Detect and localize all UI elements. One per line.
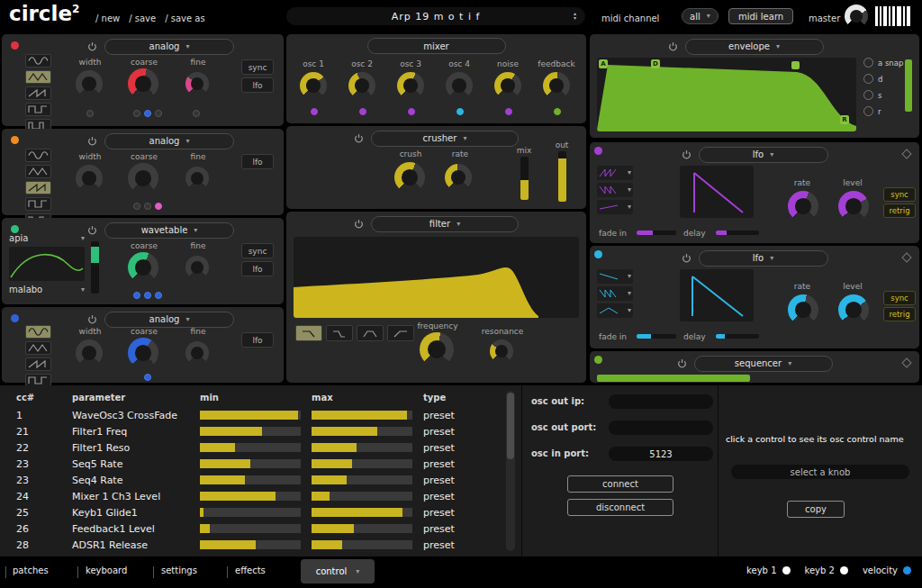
osc3-wave-b-select[interactable]: malabo▾ bbox=[9, 285, 85, 294]
osc4-lfo-button[interactable]: lfo bbox=[241, 332, 274, 348]
expand-icon[interactable] bbox=[901, 252, 911, 262]
osc-out-port-field[interactable] bbox=[609, 421, 713, 435]
scrollbar-thumb[interactable] bbox=[507, 393, 514, 459]
table-row[interactable]: 24Mixer 1 Ch3 Levelpreset bbox=[0, 488, 504, 504]
lfo1-sync-button[interactable]: sync bbox=[883, 187, 916, 202]
table-row[interactable]: 23Seq4 Ratepreset bbox=[0, 472, 504, 488]
tab-keyboard[interactable]: keyboard bbox=[86, 565, 127, 575]
osc2-coarse-knob[interactable] bbox=[128, 163, 158, 194]
min-bar[interactable] bbox=[200, 524, 301, 533]
max-bar[interactable] bbox=[312, 411, 412, 420]
lfo1-fade-in-slider[interactable] bbox=[637, 231, 676, 235]
mod-slot-dot[interactable] bbox=[359, 108, 366, 115]
cc-type[interactable]: preset bbox=[423, 523, 504, 535]
max-bar[interactable] bbox=[312, 475, 412, 484]
min-bar[interactable] bbox=[200, 459, 301, 468]
osc3-sync-button[interactable]: sync bbox=[241, 243, 274, 258]
min-bar[interactable] bbox=[200, 427, 301, 436]
osc4-fine-knob[interactable] bbox=[185, 341, 209, 365]
mod-slot-dot[interactable] bbox=[408, 108, 415, 115]
mod-slot-dot[interactable] bbox=[144, 110, 151, 117]
env-r-radio[interactable] bbox=[863, 106, 873, 116]
wave-saw-button[interactable] bbox=[25, 86, 51, 100]
envelope-release-handle[interactable]: R bbox=[840, 115, 849, 124]
table-row[interactable]: 22Filter1 Resopreset bbox=[0, 439, 504, 456]
lfo1-rate-knob[interactable] bbox=[788, 191, 818, 222]
osc1-width-knob[interactable] bbox=[76, 70, 103, 97]
mod-slot-dot[interactable] bbox=[144, 292, 151, 299]
mixer-osc2-knob[interactable] bbox=[348, 72, 375, 99]
resonance-knob[interactable] bbox=[490, 339, 513, 363]
osc2-type-select[interactable]: analog▾ bbox=[104, 133, 234, 149]
lfo2-select[interactable]: lfo▾ bbox=[699, 250, 828, 267]
cc-type[interactable]: preset bbox=[423, 507, 504, 519]
wave-square-button[interactable] bbox=[25, 103, 51, 116]
sequencer-select[interactable]: sequencer▾ bbox=[694, 356, 833, 372]
osc1-lfo-button[interactable]: lfo bbox=[241, 77, 274, 93]
osc-in-port-field[interactable]: 5123 bbox=[609, 447, 713, 461]
osc2-width-knob[interactable] bbox=[76, 165, 103, 192]
lfo2-wave-option[interactable]: ▾ bbox=[597, 269, 633, 284]
osc4-width-knob[interactable] bbox=[76, 339, 103, 366]
power-icon[interactable] bbox=[354, 130, 364, 147]
min-bar[interactable] bbox=[200, 508, 301, 517]
menu-new[interactable]: / new bbox=[95, 14, 120, 23]
lfo2-delay-slider[interactable] bbox=[716, 334, 759, 339]
lfo2-level-knob[interactable] bbox=[838, 294, 869, 325]
cc-type[interactable]: preset bbox=[423, 491, 504, 502]
lfo1-wave-display[interactable] bbox=[680, 166, 754, 218]
frequency-knob[interactable] bbox=[420, 332, 454, 366]
envelope-display[interactable]: A D R bbox=[597, 58, 856, 131]
mix-slider[interactable] bbox=[520, 157, 529, 200]
master-knob[interactable] bbox=[845, 5, 868, 28]
wave-saw-button[interactable] bbox=[25, 357, 51, 371]
power-icon[interactable] bbox=[87, 222, 97, 239]
wave-sine-button[interactable] bbox=[25, 54, 51, 68]
power-icon[interactable] bbox=[677, 355, 687, 372]
lfo2-wave-display[interactable] bbox=[680, 269, 754, 321]
power-icon[interactable] bbox=[87, 38, 97, 55]
mixer-osc3-knob[interactable] bbox=[397, 72, 424, 99]
tab-settings[interactable]: settings bbox=[161, 565, 197, 575]
cc-type[interactable]: preset bbox=[423, 458, 504, 470]
table-row[interactable]: 23Seq5 Ratepreset bbox=[0, 456, 504, 472]
table-scrollbar[interactable] bbox=[506, 391, 515, 551]
power-icon[interactable] bbox=[682, 146, 692, 163]
mod-slot-dot[interactable] bbox=[133, 292, 140, 299]
mod-slot-dot[interactable] bbox=[505, 108, 512, 115]
power-icon[interactable] bbox=[87, 132, 97, 149]
filter-type-select[interactable]: filter▾ bbox=[371, 216, 519, 232]
filter-lowpass2-button[interactable] bbox=[326, 325, 353, 341]
cc-type[interactable]: preset bbox=[423, 442, 504, 454]
table-row[interactable]: 28ADSR1 Releasepreset bbox=[0, 537, 504, 553]
tab-control[interactable]: control ▾ bbox=[301, 559, 375, 583]
preset-stepper[interactable]: ▴▾ bbox=[574, 11, 576, 20]
mixer-osc1-knob[interactable] bbox=[300, 72, 327, 99]
max-bar[interactable] bbox=[312, 524, 412, 533]
osc2-fine-knob[interactable] bbox=[185, 167, 209, 190]
min-bar[interactable] bbox=[200, 492, 301, 501]
wave-sine-button[interactable] bbox=[25, 325, 51, 339]
filter-bandpass-button[interactable] bbox=[357, 325, 384, 341]
envelope-sustain-handle[interactable] bbox=[791, 61, 800, 69]
filter-response-display[interactable] bbox=[294, 237, 579, 318]
max-bar[interactable] bbox=[312, 443, 412, 452]
osc4-type-select[interactable]: analog▾ bbox=[104, 312, 234, 328]
max-bar[interactable] bbox=[312, 508, 412, 517]
mod-slot-dot[interactable] bbox=[144, 374, 151, 381]
preset-selector[interactable]: Arp 19 m o t i f ▴▾ bbox=[286, 7, 585, 25]
envelope-decay-handle[interactable]: D bbox=[651, 59, 660, 68]
osc1-type-select[interactable]: analog▾ bbox=[104, 39, 234, 55]
mod-slot-dot[interactable] bbox=[155, 203, 162, 210]
mod-slot-dot[interactable] bbox=[193, 110, 200, 117]
table-row[interactable]: 1WaveOsc3 CrossFadepreset bbox=[0, 407, 504, 423]
mixer-feedback-knob[interactable] bbox=[543, 72, 570, 99]
wave-triangle-button[interactable] bbox=[25, 341, 51, 355]
mod-slot-dot[interactable] bbox=[133, 110, 140, 117]
min-bar[interactable] bbox=[200, 411, 301, 420]
mod-slot-dot[interactable] bbox=[144, 203, 151, 210]
osc1-fine-knob[interactable] bbox=[185, 72, 209, 95]
copy-button[interactable]: copy bbox=[787, 501, 845, 518]
keyb1-indicator[interactable]: keyb 1 bbox=[746, 565, 790, 575]
mod-slot-dot[interactable] bbox=[133, 203, 140, 210]
